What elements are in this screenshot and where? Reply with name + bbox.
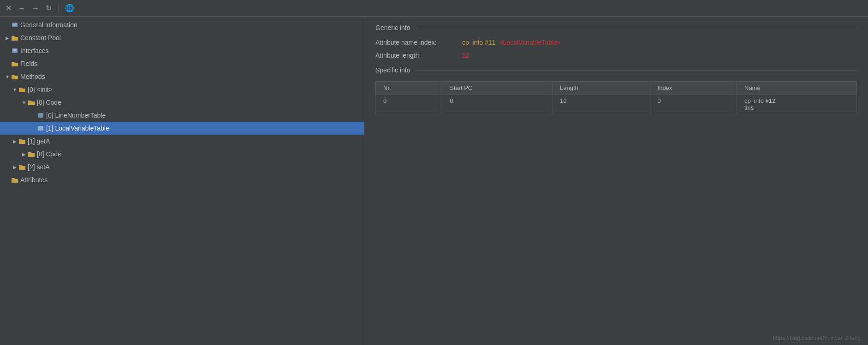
label-code-geta: [0] Code <box>37 150 61 158</box>
label-init: [0] <init> <box>28 86 53 93</box>
label-interfaces: Interfaces <box>20 47 48 54</box>
specific-info-label: Specific info <box>375 66 410 74</box>
specific-info-table: Nr. Start PC Length Index Name 0 0 10 0 … <box>375 81 857 114</box>
refresh-button[interactable]: ↻ <box>44 3 54 13</box>
info-panel: Generic info Attribute name index: cp_in… <box>364 17 868 345</box>
table-row: 0 0 10 0 cp_info #12 this <box>376 95 857 114</box>
svg-rect-11 <box>39 127 42 127</box>
col-header-index: Index <box>650 82 737 95</box>
tree-item-methods[interactable]: Methods <box>0 70 364 83</box>
arrow-code-geta <box>20 150 28 158</box>
folder-icon-seta <box>18 163 26 171</box>
folder-icon-code-geta <box>28 150 35 158</box>
svg-rect-5 <box>13 49 17 50</box>
svg-rect-3 <box>13 25 15 26</box>
file-icon-interfaces <box>11 47 18 54</box>
attribute-length-value: 12 <box>462 52 470 59</box>
svg-rect-9 <box>39 115 42 115</box>
back-button[interactable]: ← <box>16 3 27 13</box>
col-header-length: Length <box>553 82 650 95</box>
tree-item-init[interactable]: [0] <init> <box>0 83 364 96</box>
close-button[interactable]: ✕ <box>4 3 13 13</box>
svg-rect-6 <box>13 50 17 51</box>
cell-start-pc: 0 <box>442 95 553 114</box>
folder-icon-geta <box>18 137 26 145</box>
label-line-number-table: [0] LineNumberTable <box>46 112 106 119</box>
tree-item-code-0[interactable]: [0] Code <box>0 96 364 109</box>
toolbar-divider <box>58 4 59 13</box>
cell-name-link: cp_info #12 <box>744 97 849 104</box>
generic-info-header: Generic info <box>375 24 857 31</box>
tree-item-geta[interactable]: [1] getA <box>0 135 364 148</box>
label-methods: Methods <box>20 73 45 80</box>
attribute-name-index-extra: <LocalVariableTable> <box>499 39 561 46</box>
label-local-variable-table: [1] LocalVariableTable <box>46 125 109 132</box>
label-attributes: Attributes <box>20 176 48 184</box>
cell-name: cp_info #12 this <box>737 95 857 114</box>
arrow-seta <box>11 163 18 171</box>
label-constant-pool: Constant Pool <box>20 34 61 42</box>
toolbar: ✕ ← → ↻ 🌐 <box>0 0 868 17</box>
label-general-info: General Information <box>20 21 77 29</box>
tree-item-interfaces[interactable]: Interfaces <box>0 44 364 57</box>
arrow-constant-pool <box>4 34 11 42</box>
attribute-length-row: Attribute length: 12 <box>375 52 857 59</box>
watermark: https://blog.csdn.net/Yunwei_Zheng <box>773 335 861 341</box>
arrow-init <box>11 86 18 93</box>
attribute-length-label: Attribute length: <box>375 52 458 59</box>
label-code-0: [0] Code <box>37 99 61 106</box>
arrow-methods <box>4 73 11 80</box>
folder-icon-attributes <box>11 176 18 184</box>
svg-rect-2 <box>13 24 17 25</box>
arrow-code-0 <box>20 99 28 106</box>
tree-item-local-variable-table[interactable]: [1] LocalVariableTable <box>0 122 364 135</box>
label-geta: [1] getA <box>28 137 50 145</box>
col-header-start-pc: Start PC <box>442 82 553 95</box>
cell-nr: 0 <box>376 95 442 114</box>
cell-index: 0 <box>650 95 737 114</box>
label-fields: Fields <box>20 60 37 67</box>
tree-item-seta[interactable]: [2] setA <box>0 161 364 173</box>
specific-info-header: Specific info <box>375 66 857 74</box>
svg-rect-8 <box>39 114 42 114</box>
cell-name-text: this <box>744 104 849 111</box>
main-container: General Information Constant Pool Interf… <box>0 17 868 345</box>
svg-rect-1 <box>13 24 17 24</box>
tree-item-general-info[interactable]: General Information <box>0 18 364 31</box>
folder-icon-init <box>18 86 26 93</box>
folder-icon-methods <box>11 73 18 80</box>
file-icon-local-variable-table <box>37 125 44 132</box>
tree-item-line-number-table[interactable]: [0] LineNumberTable <box>0 109 364 122</box>
attribute-name-index-row: Attribute name index: cp_info #11 <Local… <box>375 39 857 46</box>
col-header-nr: Nr. <box>376 82 442 95</box>
tree-item-fields[interactable]: Fields <box>0 57 364 70</box>
folder-icon-fields <box>11 60 18 67</box>
label-seta: [2] setA <box>28 163 49 171</box>
folder-icon-code-0 <box>28 99 35 106</box>
tree-panel: General Information Constant Pool Interf… <box>0 17 364 345</box>
arrow-geta <box>11 137 18 145</box>
tree-item-constant-pool[interactable]: Constant Pool <box>0 31 364 44</box>
forward-button[interactable]: → <box>30 3 41 13</box>
svg-rect-12 <box>39 128 42 128</box>
cell-length: 10 <box>553 95 650 114</box>
table-header-row: Nr. Start PC Length Index Name <box>376 82 857 95</box>
attribute-name-index-value: cp_info #11 <box>462 39 495 46</box>
globe-button[interactable]: 🌐 <box>63 3 76 13</box>
generic-info-label: Generic info <box>375 24 410 31</box>
folder-icon-constant-pool <box>11 34 18 42</box>
file-icon-general-info <box>11 21 18 29</box>
attribute-name-index-label: Attribute name index: <box>375 39 458 46</box>
tree-item-code-geta[interactable]: [0] Code <box>0 148 364 161</box>
col-header-name: Name <box>737 82 857 95</box>
file-icon-line-number-table <box>37 112 44 119</box>
tree-item-attributes[interactable]: Attributes <box>0 173 364 186</box>
